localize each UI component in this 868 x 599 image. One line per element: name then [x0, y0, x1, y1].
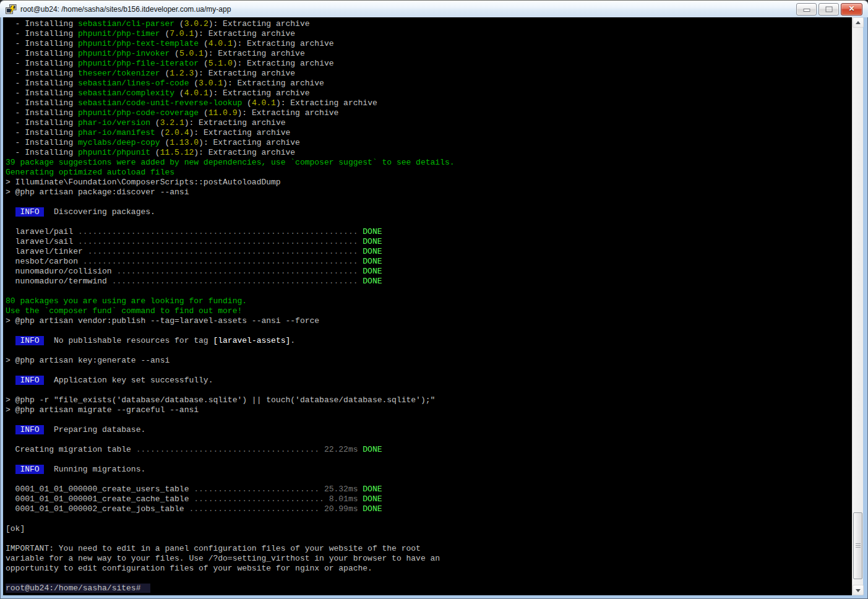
- terminal-line: laravel/pail ...........................…: [6, 227, 852, 237]
- terminal-line: Creating migration table ...............…: [6, 445, 852, 455]
- terminal-line: nunomaduro/termwind ....................…: [6, 277, 852, 287]
- terminal-line: > Illuminate\Foundation\ComposerScripts:…: [6, 178, 852, 187]
- terminal-line: - Installing sebastian/code-unit-reverse…: [6, 98, 852, 108]
- terminal-line: INFO Running migrations.: [6, 465, 852, 475]
- terminal-line: [6, 217, 852, 227]
- terminal-line: - Installing phar-io/manifest (2.0.4): E…: [6, 128, 852, 138]
- terminal-line: 80 packages you are using are looking fo…: [6, 296, 852, 306]
- terminal-line: [ok]: [6, 524, 852, 534]
- terminal-line: - Installing sebastian/complexity (4.0.1…: [6, 88, 852, 98]
- scroll-down-button[interactable]: [853, 585, 864, 595]
- close-button[interactable]: ✕: [841, 3, 862, 15]
- scroll-down-icon: [856, 589, 861, 592]
- minimize-icon: [803, 9, 810, 12]
- terminal-line: INFO No publishable resources for tag [l…: [6, 336, 852, 346]
- terminal-line: 39 package suggestions were added by new…: [6, 158, 852, 168]
- terminal-line: - Installing phpunit/php-code-coverage (…: [6, 108, 852, 118]
- terminal-line: nunomaduro/collision ...................…: [6, 267, 852, 277]
- terminal-line: > @php -r "file_exists('database/databas…: [6, 395, 852, 405]
- terminal-line: > @php artisan migrate --graceful --ansi: [6, 405, 852, 415]
- terminal-line: INFO Application key set successfully.: [6, 376, 852, 386]
- terminal-line: - Installing phpunit/php-text-template (…: [6, 39, 852, 49]
- terminal-line: INFO Discovering packages.: [6, 207, 852, 217]
- terminal-line: [6, 455, 852, 465]
- terminal-line: [6, 287, 852, 296]
- terminal-line: [6, 415, 852, 425]
- terminal-line: - Installing phpunit/php-file-iterator (…: [6, 59, 852, 69]
- maximize-icon: [825, 7, 832, 12]
- terminal-line: 0001_01_01_000000_create_users_table ...…: [6, 485, 852, 494]
- terminal-line: variable for a new way to your files. Us…: [6, 554, 852, 564]
- minimize-button[interactable]: [796, 3, 817, 15]
- terminal-line: opportunity to edit configuration files …: [6, 564, 852, 574]
- terminal-line: INFO Preparing database.: [6, 425, 852, 435]
- putty-window: root@ub24: /home/sasha/sites/b156.itdeve…: [0, 0, 868, 599]
- terminal-line: > @php artisan vendor:publish --tag=lara…: [6, 316, 852, 326]
- terminal-line: [6, 346, 852, 356]
- vertical-scrollbar[interactable]: [852, 17, 863, 595]
- terminal-line: [6, 514, 852, 524]
- terminal-line: [6, 386, 852, 395]
- titlebar[interactable]: root@ub24: /home/sasha/sites/b156.itdeve…: [0, 0, 868, 17]
- terminal-line: - Installing sebastian/lines-of-code (3.…: [6, 79, 852, 88]
- terminal-line: > @php artisan key:generate --ansi: [6, 356, 852, 366]
- terminal-line: [6, 326, 852, 336]
- scroll-up-button[interactable]: [853, 17, 864, 28]
- terminal-line: - Installing phpunit/php-invoker (5.0.1)…: [6, 49, 852, 59]
- terminal-line: > @php artisan package:discover --ansi: [6, 187, 852, 197]
- terminal-line: [6, 534, 852, 544]
- window-controls: ✕: [796, 3, 862, 15]
- terminal-line: - Installing sebastian/cli-parser (3.0.2…: [6, 19, 852, 29]
- terminal-line: [6, 197, 852, 207]
- terminal-line: root@ub24:/home/sasha/sites#: [6, 584, 852, 593]
- scroll-up-icon: [856, 21, 861, 24]
- close-icon: ✕: [841, 4, 862, 13]
- terminal-line: [6, 574, 852, 584]
- putty-app-icon[interactable]: [6, 4, 17, 14]
- terminal-line: - Installing phpunit/php-timer (7.0.1): …: [6, 29, 852, 39]
- terminal-line: Use the `composer fund` command to find …: [6, 306, 852, 316]
- terminal-line: [6, 366, 852, 376]
- terminal-line: - Installing theseer/tokenizer (1.2.3): …: [6, 69, 852, 79]
- scrollbar-grip-icon: [856, 543, 861, 548]
- window-title: root@ub24: /home/sasha/sites/b156.itdeve…: [20, 5, 231, 14]
- terminal-line: [6, 475, 852, 485]
- terminal-line: IMPORTANT: You need to edit in a panel c…: [6, 544, 852, 554]
- terminal-line: 0001_01_01_000002_create_jobs_table ....…: [6, 504, 852, 514]
- scrollbar-thumb[interactable]: [853, 512, 862, 579]
- maximize-button[interactable]: [819, 3, 839, 15]
- terminal-line: laravel/tinker .........................…: [6, 247, 852, 257]
- terminal-line: laravel/sail ...........................…: [6, 237, 852, 247]
- terminal-line: - Installing phpunit/phpunit (11.5.12): …: [6, 148, 852, 158]
- terminal-line: Generating optimized autoload files: [6, 168, 852, 178]
- terminal-line: - Installing phar-io/version (3.2.1): Ex…: [6, 118, 852, 128]
- terminal-line: - Installing myclabs/deep-copy (1.13.0):…: [6, 138, 852, 148]
- terminal-line: nesbot/carbon ..........................…: [6, 257, 852, 267]
- terminal-line: 0001_01_01_000001_create_cache_table ...…: [6, 494, 852, 504]
- terminal-output[interactable]: - Installing sebastian/cli-parser (3.0.2…: [3, 17, 852, 595]
- terminal-line: [6, 435, 852, 445]
